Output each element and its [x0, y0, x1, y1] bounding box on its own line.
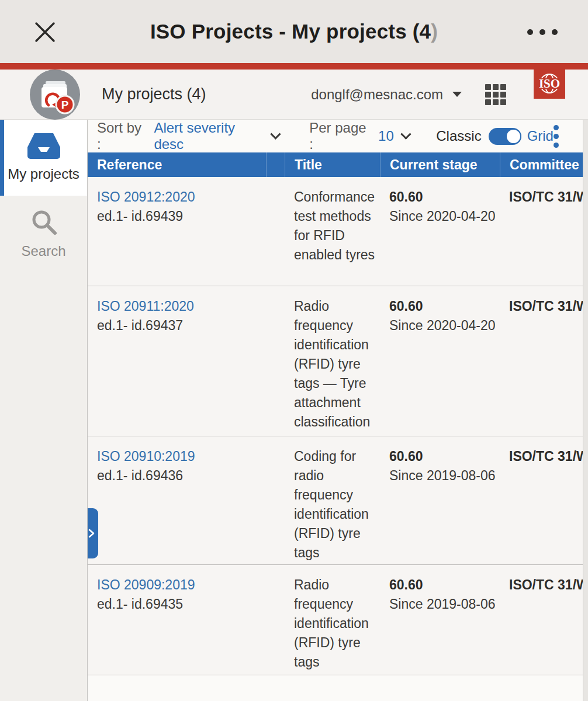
- stage-since: Since 2020-04-20: [389, 207, 500, 226]
- page-title: ISO Projects - My projects (4): [0, 20, 588, 43]
- sidebar-item-label: Search: [21, 243, 65, 259]
- stage-code: 60.60: [389, 297, 500, 316]
- classic-grid-toggle[interactable]: [489, 128, 521, 145]
- table-row: ISO 20912:2020 ed.1- id.69439 Conformanc…: [88, 177, 588, 286]
- column-header-current-stage: Current stage: [380, 152, 500, 177]
- toolbar: Sort by : Alert severity desc Per page :…: [88, 120, 588, 152]
- edition-id: ed.1- id.69436: [97, 466, 285, 485]
- main-area: My projects Search Sort by : Alert sever…: [0, 120, 588, 701]
- edition-id: ed.1- id.69435: [97, 595, 285, 614]
- column-header-spacer: [266, 152, 285, 177]
- toggle-label-grid[interactable]: Grid: [527, 128, 554, 144]
- project-title: Conformance test methods for RFID enable…: [285, 188, 380, 286]
- reference-link[interactable]: ISO 20909:2019: [97, 575, 285, 595]
- table-row: ISO 20911:2020 ed.1- id.69437 Radio freq…: [88, 286, 588, 436]
- project-title: Radio frequency identification (RFID) ty…: [285, 575, 380, 675]
- reference-link[interactable]: ISO 20911:2020: [97, 297, 285, 316]
- committee: ISO/TC 31/WG: [500, 447, 588, 564]
- stage-code: 60.60: [389, 575, 500, 595]
- reference-link[interactable]: ISO 20912:2020: [97, 188, 285, 207]
- sort-by-dropdown[interactable]: Alert severity desc: [154, 120, 263, 152]
- chevron-down-icon[interactable]: [270, 129, 281, 139]
- edition-id: ed.1- id.69437: [97, 316, 285, 335]
- iso-logo: ISO: [534, 70, 565, 99]
- column-header-committee: Committee: [500, 152, 588, 177]
- sidebar: My projects Search: [0, 120, 88, 701]
- toggle-label-classic[interactable]: Classic: [436, 128, 481, 144]
- stage-since: Since 2020-04-20: [389, 316, 500, 335]
- chevron-down-icon[interactable]: [400, 129, 411, 139]
- right-edge-strip: [583, 120, 588, 701]
- sidebar-item-label: My projects: [8, 166, 79, 182]
- brand-red-divider: [0, 63, 588, 70]
- column-header-reference: Reference: [88, 152, 266, 177]
- sidebar-item-my-projects[interactable]: My projects: [0, 120, 87, 196]
- app-header: P My projects (4) donglf@mesnac.com ISO: [0, 70, 588, 120]
- projects-app-icon: P: [29, 69, 81, 120]
- close-icon[interactable]: [33, 20, 57, 44]
- apps-grid-icon[interactable]: [485, 84, 506, 105]
- content: Sort by : Alert severity desc Per page :…: [88, 120, 588, 701]
- inbox-icon: [27, 133, 60, 159]
- per-page-dropdown[interactable]: 10: [378, 128, 394, 144]
- kebab-menu-icon[interactable]: [554, 125, 559, 148]
- chevron-right-icon: [88, 529, 96, 538]
- stage-since: Since 2019-08-06: [389, 466, 500, 485]
- sort-by-label: Sort by :: [97, 120, 147, 152]
- svg-text:ISO: ISO: [539, 77, 560, 91]
- caret-down-icon[interactable]: [452, 92, 462, 97]
- table-row: ISO 20910:2019 ed.1- id.69436 Coding for…: [88, 436, 588, 565]
- sidebar-item-search[interactable]: Search: [0, 196, 87, 272]
- project-title: Radio frequency identification (RFID) ty…: [285, 297, 380, 436]
- stage-since: Since 2019-08-06: [389, 595, 500, 614]
- project-title: Coding for radio frequency identificatio…: [285, 447, 380, 564]
- titlebar: ISO Projects - My projects (4): [0, 0, 588, 63]
- per-page-label: Per page :: [309, 120, 371, 152]
- committee: ISO/TC 31/WG: [500, 188, 588, 286]
- sidebar-expand-tab[interactable]: [88, 508, 98, 558]
- user-menu[interactable]: donglf@mesnac.com: [311, 86, 443, 103]
- table-body: ISO 20912:2020 ed.1- id.69439 Conformanc…: [88, 177, 588, 701]
- table-row: ISO 20909:2019 ed.1- id.69435 Radio freq…: [88, 565, 588, 675]
- toggle-knob: [506, 129, 521, 144]
- stage-code: 60.60: [389, 447, 500, 466]
- svg-text:P: P: [61, 99, 69, 111]
- table-header: Reference Title Current stage Committee: [88, 152, 588, 177]
- more-horizontal-icon[interactable]: [527, 29, 558, 35]
- committee: ISO/TC 31/WG: [500, 297, 588, 436]
- committee: ISO/TC 31/WG: [500, 575, 588, 675]
- column-header-title: Title: [285, 152, 380, 177]
- table-row-partial: [88, 675, 588, 701]
- edition-id: ed.1- id.69439: [97, 207, 285, 226]
- stage-code: 60.60: [389, 188, 500, 207]
- header-title: My projects (4): [102, 85, 206, 103]
- reference-link[interactable]: ISO 20910:2019: [97, 447, 285, 466]
- search-icon: [30, 208, 58, 236]
